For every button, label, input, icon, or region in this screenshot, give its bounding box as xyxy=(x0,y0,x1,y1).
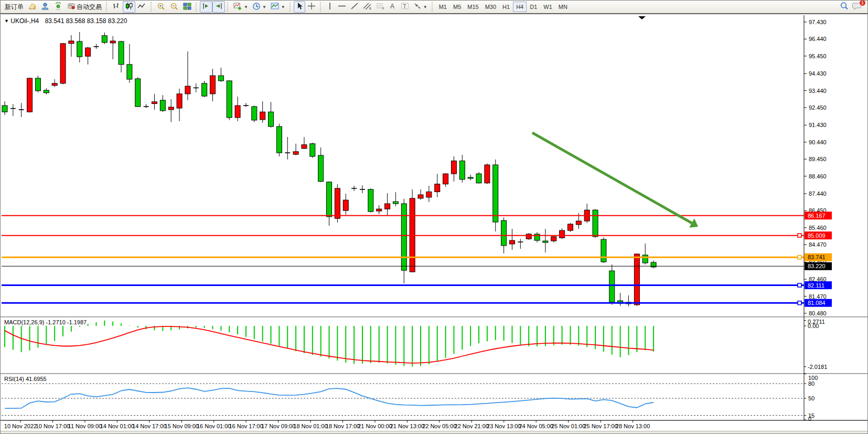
tile-windows-button[interactable] xyxy=(181,1,194,13)
text-label-tool-button[interactable]: T xyxy=(399,1,411,13)
vertical-line-tool-button[interactable] xyxy=(324,1,336,13)
bear-candle xyxy=(343,200,348,210)
tf-d1-button[interactable]: D1 xyxy=(527,2,540,12)
crosshair-tool-button[interactable] xyxy=(305,1,318,13)
bull-candle xyxy=(601,239,606,262)
bull-candle xyxy=(102,36,107,43)
bar-chart-mode-button[interactable] xyxy=(110,1,123,13)
signals-button[interactable] xyxy=(52,1,65,13)
bull-candle xyxy=(44,90,49,93)
time-tick-label: 28 Nov 13:00 xyxy=(616,423,650,429)
price-badge-label: 85.009 xyxy=(808,232,826,239)
tf-h1-button[interactable]: H1 xyxy=(499,2,513,12)
channel-tool-button[interactable]: E xyxy=(361,1,374,13)
add-indicator-button[interactable]: ▼ xyxy=(231,1,250,13)
arrows-icon xyxy=(413,2,422,12)
cursor-tool-button[interactable] xyxy=(294,1,305,13)
panel-separator[interactable] xyxy=(1,373,868,374)
chart-shift-button[interactable] xyxy=(212,1,225,13)
tf-m30-button[interactable]: M30 xyxy=(482,2,499,12)
text-tool-button[interactable]: A xyxy=(387,1,399,13)
fibonacci-tool-button[interactable]: F xyxy=(374,1,387,13)
bull-candle xyxy=(160,100,165,111)
bear-candle xyxy=(551,237,556,241)
time-tick-label: 21 Nov 00:00 xyxy=(358,423,392,429)
chat-button[interactable]: 1 xyxy=(852,2,862,13)
rsi-indicator-label: RSI(14) 41.6955 xyxy=(4,376,47,382)
tf-m1-button[interactable]: M1 xyxy=(436,2,450,12)
zoom-in-button[interactable] xyxy=(155,1,168,13)
chevron-down-icon: ▼ xyxy=(423,5,427,9)
bear-candle xyxy=(27,78,33,112)
equidistant-channel-icon: E xyxy=(363,2,372,12)
panel-separator[interactable] xyxy=(1,316,868,317)
bar-chart-icon xyxy=(112,2,121,12)
bull-candle xyxy=(368,189,373,211)
bear-candle xyxy=(302,145,307,149)
bull-candle xyxy=(493,165,498,222)
bull-candle xyxy=(202,83,207,96)
new-order-button[interactable]: 新订单 xyxy=(3,1,26,13)
price-tick-label: 87.440 xyxy=(809,190,827,197)
chart-window[interactable]: 97.43096.44095.45094.43093.44092.45091.4… xyxy=(1,15,868,434)
chart-shift-marker[interactable] xyxy=(638,16,646,19)
bull-candle xyxy=(468,177,473,178)
chart-shift-icon xyxy=(215,2,223,12)
bull-candle xyxy=(269,112,274,126)
trend-arrow-line[interactable] xyxy=(532,133,692,223)
bull-candle xyxy=(459,161,465,179)
trendline-tool-button[interactable] xyxy=(348,1,361,13)
chart-canvas[interactable]: 97.43096.44095.45094.43093.44092.45091.4… xyxy=(1,15,868,434)
macd-tick-label: 0.00 xyxy=(808,323,819,329)
toolbar-separator xyxy=(290,2,292,12)
market-watch-button[interactable] xyxy=(26,1,39,13)
candlestick-icon xyxy=(125,2,133,12)
bull-candle xyxy=(642,255,648,263)
level-drag-marker[interactable] xyxy=(798,256,801,259)
price-badge-label: 81.084 xyxy=(808,300,826,306)
candlestick-mode-button[interactable] xyxy=(123,1,135,13)
search-icon[interactable] xyxy=(840,2,849,13)
time-tick-label: 16 Nov 17:00 xyxy=(229,423,263,429)
tf-mn-button[interactable]: MN xyxy=(555,2,571,12)
rsi-tick-label: 50 xyxy=(808,395,815,401)
toolbar: 新订单 自动交易 xyxy=(1,1,868,14)
horizontal-line-tool-button[interactable] xyxy=(336,1,348,13)
tf-m5-button[interactable]: M5 xyxy=(450,2,464,12)
time-tick-label: 15 Nov 09:00 xyxy=(165,423,199,429)
price-tick-label: 88.460 xyxy=(809,173,827,179)
auto-trading-button[interactable]: 自动交易 xyxy=(65,1,104,13)
vertical-line-icon xyxy=(327,2,333,12)
bear-candle xyxy=(168,107,174,110)
price-tick-label: 97.430 xyxy=(809,19,827,25)
add-indicator-icon xyxy=(233,2,242,12)
periods-button[interactable]: ▼ xyxy=(250,1,269,13)
template-button[interactable]: ▼ xyxy=(269,1,287,13)
bull-candle xyxy=(218,76,223,81)
tf-w1-button[interactable]: W1 xyxy=(540,2,555,12)
price-tick-label: 95.450 xyxy=(809,53,827,59)
zoom-out-button[interactable] xyxy=(168,1,181,13)
tf-m15-button[interactable]: M15 xyxy=(464,2,481,12)
time-tick-label: 10 Nov 2022 xyxy=(4,423,37,429)
community-button[interactable] xyxy=(39,1,52,13)
arrows-tool-button[interactable]: ▼ xyxy=(411,1,430,13)
tf-h4-button[interactable]: H4 xyxy=(513,2,527,12)
level-drag-marker[interactable] xyxy=(798,301,801,305)
price-tick-label: 85.460 xyxy=(809,225,827,231)
bear-candle xyxy=(509,240,515,244)
clock-icon xyxy=(252,2,261,12)
line-chart-mode-button[interactable] xyxy=(135,1,148,13)
bull-candle xyxy=(227,81,232,118)
svg-text:A: A xyxy=(390,3,394,10)
toolbar-separator xyxy=(227,2,229,12)
bull-candle xyxy=(119,41,124,65)
collapse-arrow-icon[interactable]: ▼ xyxy=(4,18,9,24)
time-tick-label: 14 Nov 17:00 xyxy=(132,423,166,429)
bear-candle xyxy=(435,184,440,192)
level-drag-marker[interactable] xyxy=(798,283,801,287)
bear-candle xyxy=(485,165,490,183)
auto-scroll-button[interactable] xyxy=(200,1,212,13)
level-drag-marker[interactable] xyxy=(798,234,801,237)
svg-text:E: E xyxy=(369,7,371,10)
